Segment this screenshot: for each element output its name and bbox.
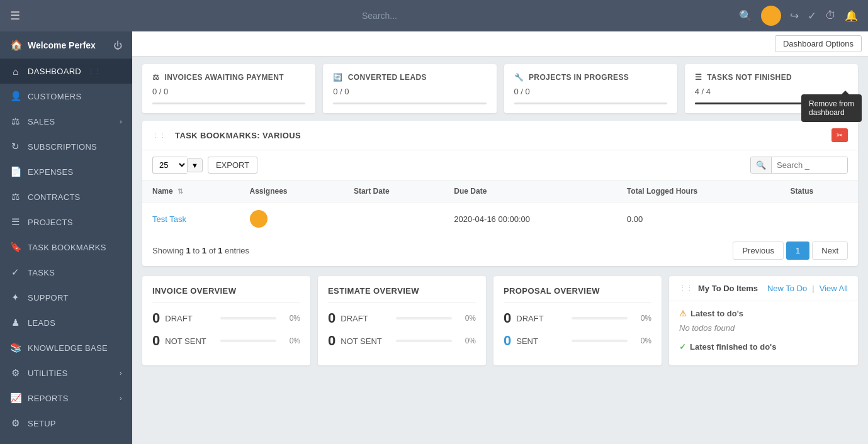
table-search-input[interactable] bbox=[772, 157, 847, 173]
estimate-draft-row: 0 DRAFT 0% bbox=[328, 310, 476, 326]
previous-page-button[interactable]: Previous bbox=[733, 241, 784, 260]
sidebar-item-tasks[interactable]: ✓ TASKS bbox=[0, 260, 132, 285]
drag-handle: ⋮⋮ bbox=[87, 67, 102, 75]
invoice-draft-bar-wrap bbox=[220, 317, 276, 319]
estimate-overview-title: ESTIMATE OVERVIEW bbox=[328, 286, 476, 302]
todo-finished-section: ✓ Latest finished to do's bbox=[679, 342, 848, 352]
proposal-draft-label: DRAFT bbox=[516, 314, 566, 323]
sidebar-header: 🏠 Welcome Perfex ⏻ bbox=[0, 31, 132, 59]
contracts-icon: ⚖ bbox=[10, 191, 21, 203]
export-button[interactable]: EXPORT bbox=[208, 157, 257, 174]
stat-invoices-title: ⚖ INVOICES AWAITING PAYMENT bbox=[152, 73, 305, 82]
todo-drag-handle[interactable]: ⋮⋮ bbox=[679, 284, 693, 292]
proposal-overview: PROPOSAL OVERVIEW 0 DRAFT 0% 0 SENT 0% bbox=[493, 276, 662, 365]
todo-title: My To Do Items bbox=[698, 284, 762, 293]
invoice-overview-title: INVOICE OVERVIEW bbox=[152, 286, 300, 302]
view-all-link[interactable]: View All bbox=[820, 284, 848, 293]
estimate-notsent-count: 0 bbox=[328, 333, 335, 349]
estimate-notsent-row: 0 NOT SENT 0% bbox=[328, 333, 476, 349]
invoices-icon: ⚖ bbox=[152, 73, 159, 82]
sidebar-item-expenses[interactable]: 📄 EXPENSES bbox=[0, 159, 132, 184]
tasks-stat-icon: ☰ bbox=[695, 73, 702, 82]
home-icon: 🏠 bbox=[10, 39, 23, 51]
section-title: TASK BOOKMARKS: VARIOUS bbox=[175, 131, 301, 140]
stat-projects: 🔧 PROJECTS IN PROGRESS 0 / 0 bbox=[504, 64, 677, 113]
sidebar-item-sales[interactable]: ⚖ SALES › bbox=[0, 109, 132, 134]
col-status: Status bbox=[780, 180, 858, 203]
per-page-dropdown[interactable]: 25 50 100 bbox=[152, 157, 187, 174]
invoice-notsent-row: 0 NOT SENT 0% bbox=[152, 333, 300, 349]
sidebar-item-leads[interactable]: ♟ LEADS bbox=[0, 310, 132, 335]
sidebar-item-reports[interactable]: 📈 REPORTS › bbox=[0, 386, 132, 411]
cell-due-date: 2020-04-16 00:00:00 bbox=[444, 203, 617, 236]
estimate-draft-count: 0 bbox=[328, 310, 335, 326]
remove-section-button[interactable]: ✂ bbox=[831, 128, 848, 142]
pagination-row: Showing 1 to 1 of 1 entries Previous 1 N… bbox=[142, 235, 858, 266]
search-bar bbox=[28, 11, 731, 21]
stat-leads-title: 🔄 CONVERTED LEADS bbox=[333, 73, 486, 82]
proposal-draft-row: 0 DRAFT 0% bbox=[504, 310, 651, 326]
sort-icon[interactable]: ⇅ bbox=[178, 187, 183, 195]
invoice-draft-row: 0 DRAFT 0% bbox=[152, 310, 300, 326]
avatar[interactable] bbox=[761, 6, 781, 26]
proposal-draft-count: 0 bbox=[504, 310, 511, 326]
projects-icon: ☰ bbox=[10, 216, 21, 228]
no-todos-text: No todos found bbox=[679, 323, 848, 333]
sidebar-item-setup[interactable]: ⚙ SETUP bbox=[0, 411, 132, 436]
stat-projects-value: 0 / 0 bbox=[514, 87, 667, 96]
clock-icon[interactable]: ⏱ bbox=[825, 9, 836, 22]
leads-icon: ♟ bbox=[10, 317, 21, 328]
section-drag-handle[interactable]: ⋮⋮ bbox=[152, 131, 166, 140]
task-name-link[interactable]: Test Task bbox=[152, 214, 186, 224]
showing-text: Showing 1 to 1 of 1 entries bbox=[152, 246, 249, 255]
sidebar-item-customers[interactable]: 👤 CUSTOMERS bbox=[0, 84, 132, 109]
col-start-date: Start Date bbox=[344, 180, 444, 203]
invoice-notsent-count: 0 bbox=[152, 333, 160, 349]
section-header: ⋮⋮ TASK BOOKMARKS: VARIOUS ✂ bbox=[142, 121, 858, 150]
col-assignees: Assignees bbox=[240, 180, 344, 203]
table-search-icon: 🔍 bbox=[751, 157, 772, 173]
assignee-avatar bbox=[250, 210, 268, 228]
dashboard-options-button[interactable]: Dashboard Options bbox=[775, 35, 862, 52]
sidebar-item-projects[interactable]: ☰ PROJECTS bbox=[0, 209, 132, 235]
sidebar-welcome: 🏠 Welcome Perfex bbox=[10, 39, 96, 51]
share-icon[interactable]: ↪ bbox=[790, 9, 799, 23]
tasks-icon: ✓ bbox=[10, 267, 21, 278]
check-icon[interactable]: ✓ bbox=[808, 9, 816, 23]
sidebar-item-task-bookmarks[interactable]: 🔖 TASK BOOKMARKS bbox=[0, 235, 132, 260]
col-name: Name ⇅ bbox=[142, 180, 240, 203]
sidebar-item-support[interactable]: ✦ SUPPORT bbox=[0, 285, 132, 310]
section-actions: ✂ bbox=[831, 128, 848, 142]
sidebar-item-utilities[interactable]: ⚙ UTILITIES › bbox=[0, 360, 132, 386]
invoice-notsent-label: NOT SENT bbox=[165, 336, 215, 346]
sidebar-item-contracts[interactable]: ⚖ CONTRACTS bbox=[0, 184, 132, 209]
dropdown-arrow[interactable]: ▼ bbox=[187, 158, 203, 172]
invoice-draft-pct: 0% bbox=[281, 314, 300, 323]
search-input[interactable] bbox=[285, 11, 474, 21]
stat-tasks-title: ☰ TASKS NOT FINISHED bbox=[695, 73, 848, 82]
power-icon[interactable]: ⏻ bbox=[113, 40, 122, 50]
proposal-sent-count: 0 bbox=[504, 333, 511, 349]
stat-leads-bar bbox=[333, 103, 486, 104]
bell-icon[interactable]: 🔔 bbox=[845, 9, 858, 23]
menu-icon[interactable]: ☰ bbox=[10, 9, 20, 23]
projects-stat-icon: 🔧 bbox=[514, 73, 524, 82]
proposal-draft-pct: 0% bbox=[633, 314, 651, 323]
bookmarks-icon: 🔖 bbox=[10, 241, 21, 253]
expenses-icon: 📄 bbox=[10, 166, 21, 177]
sidebar: 🏠 Welcome Perfex ⏻ ⌂ DASHBOARD ⋮⋮ 👤 CUST… bbox=[0, 31, 132, 444]
search-icon[interactable]: 🔍 bbox=[739, 9, 752, 23]
new-todo-link[interactable]: New To Do bbox=[767, 284, 807, 293]
proposal-sent-pct: 0% bbox=[633, 336, 651, 345]
page-1-button[interactable]: 1 bbox=[786, 241, 809, 260]
next-page-button[interactable]: Next bbox=[812, 241, 848, 260]
sidebar-item-subscriptions[interactable]: ↻ SUBSCRIPTIONS bbox=[0, 134, 132, 159]
stat-projects-title: 🔧 PROJECTS IN PROGRESS bbox=[514, 73, 667, 82]
estimate-overview: ESTIMATE OVERVIEW 0 DRAFT 0% 0 NOT SENT … bbox=[318, 276, 486, 365]
sidebar-item-dashboard[interactable]: ⌂ DASHBOARD ⋮⋮ bbox=[0, 59, 132, 84]
proposal-sent-label: SENT bbox=[516, 336, 566, 346]
cell-logged-hours: 0.00 bbox=[617, 203, 781, 236]
col-logged-hours: Total Logged Hours bbox=[617, 180, 781, 203]
utilities-icon: ⚙ bbox=[10, 367, 21, 379]
sidebar-item-knowledge-base[interactable]: 📚 KNOWLEDGE BASE bbox=[0, 335, 132, 360]
